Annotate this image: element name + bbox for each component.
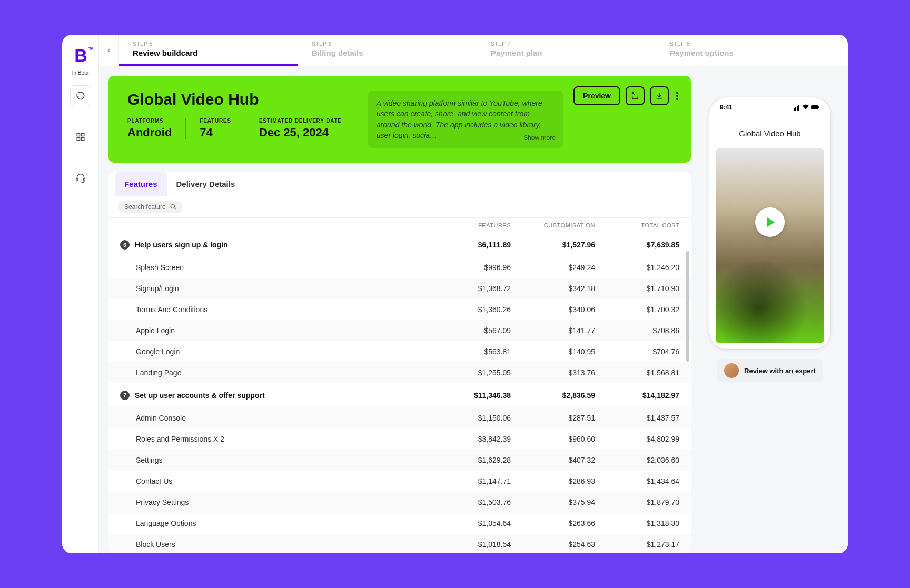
- scrollbar-thumb[interactable]: [686, 251, 689, 362]
- svg-rect-15: [811, 105, 818, 109]
- table-row[interactable]: Admin Console $1,150.06 $287.51 $1,437.5…: [108, 407, 691, 428]
- phone-mockup: 9:41 Global Video Hub: [709, 97, 831, 350]
- svg-rect-12: [795, 107, 796, 111]
- group-title: Help users sign up & login: [135, 241, 427, 249]
- play-button[interactable]: [755, 207, 785, 237]
- row-name: Language Options: [136, 519, 427, 527]
- table-row[interactable]: Terms And Conditions $1,360.26 $340.06 $…: [108, 299, 691, 320]
- table-row[interactable]: Block Users $1,018.54 $254.63 $1,273.17: [108, 534, 691, 553]
- search-icon: [170, 204, 176, 210]
- row-name: Splash Screen: [136, 263, 427, 272]
- svg-rect-16: [818, 106, 819, 108]
- row-features: $1,147.71: [427, 477, 511, 485]
- download-button[interactable]: [650, 86, 669, 105]
- share-icon: [631, 92, 639, 100]
- phone-hero-image: [716, 148, 824, 343]
- stat-platforms: PLATFORMS Android: [127, 118, 172, 139]
- svg-point-8: [676, 98, 678, 100]
- row-custom: $140.95: [511, 347, 595, 356]
- share-button[interactable]: [626, 86, 645, 105]
- table-row[interactable]: Apple Login $567.09 $141.77 $708.86: [108, 320, 691, 341]
- description-text: A video sharing platform similar to YouT…: [377, 99, 542, 139]
- back-button[interactable]: [99, 35, 119, 66]
- svg-point-7: [676, 95, 678, 97]
- search-input[interactable]: Search feature: [118, 201, 183, 213]
- right-pane: 9:41 Global Video Hub Review with an exp…: [701, 76, 838, 553]
- step-number: STEP 6: [312, 41, 463, 47]
- table-row[interactable]: Signup/Login $1,368.72 $342.18 $1,710.90: [108, 278, 691, 299]
- more-menu-button[interactable]: [674, 92, 680, 100]
- step-payment-plan[interactable]: STEP 7 Payment plan: [477, 35, 656, 66]
- row-total: $1,437.57: [595, 414, 679, 422]
- row-name: Roles and Permissions X 2: [136, 435, 427, 443]
- row-name: Landing Page: [136, 368, 427, 377]
- preview-button[interactable]: Preview: [573, 86, 620, 105]
- group-custom-total: $2,836.59: [511, 391, 595, 400]
- row-features: $3,842.39: [427, 435, 511, 443]
- svg-point-6: [676, 92, 678, 94]
- table-row[interactable]: Google Login $563.81 $140.95 $704.76: [108, 341, 691, 362]
- row-custom: $287.51: [511, 414, 595, 422]
- group-features-total: $11,346.38: [427, 391, 511, 400]
- svg-line-10: [174, 208, 175, 210]
- table-row[interactable]: Settings $1,629.28 $407.32 $2,036.60: [108, 450, 691, 471]
- table-row[interactable]: Splash Screen $996.96 $249.24 $1,246.20: [108, 257, 691, 278]
- phone-status-icons: [794, 104, 820, 111]
- svg-rect-1: [81, 133, 84, 136]
- svg-rect-13: [797, 106, 798, 111]
- logo-subtitle: In Beta: [72, 70, 89, 76]
- row-custom: $407.32: [511, 456, 595, 464]
- step-payment-options[interactable]: STEP 8 Payment options: [656, 35, 835, 66]
- search-row: Search feature: [108, 196, 691, 217]
- table-body[interactable]: 6 Help users sign up & login $6,111.89 $…: [108, 233, 691, 553]
- table-row[interactable]: Contact Us $1,147.71 $286.93 $1,434.64: [108, 471, 691, 492]
- headset-icon: [75, 173, 86, 183]
- step-billing-details[interactable]: STEP 6 Billing details: [298, 35, 477, 66]
- row-name: Google Login: [136, 347, 427, 356]
- row-name: Contact Us: [136, 477, 427, 485]
- chevron-left-icon: [106, 47, 112, 54]
- expert-label: Review with an expert: [744, 367, 816, 375]
- hero-actions: Preview: [573, 86, 680, 105]
- row-custom: $286.93: [511, 477, 595, 485]
- row-custom: $254.63: [511, 540, 595, 549]
- support-button[interactable]: [70, 167, 91, 188]
- step-title: Billing details: [312, 48, 463, 57]
- row-total: $2,036.60: [595, 456, 679, 464]
- step-title: Review buildcard: [133, 48, 284, 57]
- group-count-badge: 7: [120, 391, 130, 400]
- row-total: $1,318.30: [595, 519, 679, 527]
- stat-features: FEATURES 74: [185, 118, 231, 139]
- hero-stats: PLATFORMS Android FEATURES 74 ESTIMATED …: [127, 118, 342, 139]
- row-features: $1,360.26: [427, 305, 511, 314]
- table-row[interactable]: Landing Page $1,255.05 $313.76 $1,568.81: [108, 362, 691, 383]
- undo-button[interactable]: [70, 85, 91, 106]
- step-review-buildcard[interactable]: STEP 5 Review buildcard: [119, 35, 298, 66]
- hero-card: Global Video Hub PLATFORMS Android FEATU…: [108, 76, 691, 163]
- signal-wifi-battery-icon: [794, 104, 820, 111]
- tab-delivery-details[interactable]: Delivery Details: [167, 172, 245, 196]
- row-name: Block Users: [136, 540, 427, 549]
- left-pane: Global Video Hub PLATFORMS Android FEATU…: [108, 76, 691, 553]
- row-custom: $141.77: [511, 326, 595, 335]
- grid-button[interactable]: [70, 126, 91, 147]
- table-row[interactable]: Privacy Settings $1,503.76 $375.94 $1,87…: [108, 492, 691, 513]
- table-row[interactable]: Roles and Permissions X 2 $3,842.39 $960…: [108, 428, 691, 450]
- row-total: $1,434.64: [595, 477, 679, 485]
- phone-app-title: Global Video Hub: [716, 129, 824, 138]
- show-more-link[interactable]: Show more: [523, 134, 556, 143]
- row-features: $563.81: [427, 347, 511, 356]
- project-title: Global Video Hub: [127, 91, 342, 108]
- group-header[interactable]: 6 Help users sign up & login $6,111.89 $…: [108, 233, 691, 257]
- tab-features[interactable]: Features: [115, 172, 167, 196]
- table-row[interactable]: Language Options $1,054.64 $263.66 $1,31…: [108, 513, 691, 534]
- review-expert-button[interactable]: Review with an expert: [717, 359, 823, 382]
- steps-row: STEP 5 Review buildcard STEP 6 Billing d…: [99, 35, 848, 66]
- step-number: STEP 8: [670, 41, 822, 47]
- svg-rect-11: [794, 108, 795, 111]
- step-title: Payment plan: [491, 48, 642, 57]
- row-total: $708.86: [595, 326, 679, 335]
- group-header[interactable]: 7 Set up user accounts & offer support $…: [108, 383, 691, 407]
- svg-point-9: [171, 205, 174, 208]
- row-features: $1,150.06: [427, 414, 511, 422]
